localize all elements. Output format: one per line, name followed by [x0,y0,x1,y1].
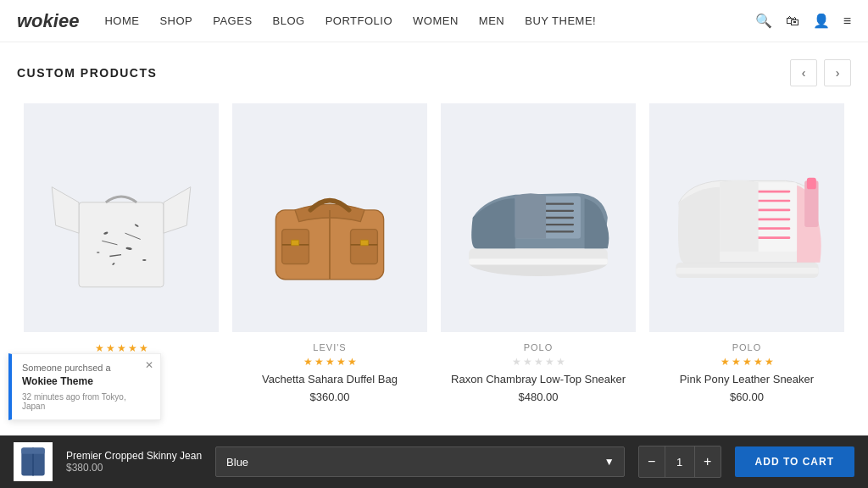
quantity-increase-button[interactable]: + [695,446,721,477]
star-3: ★ [534,356,543,368]
svg-point-8 [142,259,147,261]
star-4: ★ [545,356,554,368]
star-4: ★ [337,356,346,368]
product-brand-3: POLO [441,342,636,352]
account-icon[interactable]: 👤 [813,13,830,29]
color-select-wrapper: Blue Red Green Black ▼ [215,446,624,477]
nav-buy-theme[interactable]: BUY THEME! [525,14,596,27]
star-1: ★ [303,356,313,368]
section-title: CUSTOM PRODUCTS [17,66,157,80]
product-name-3: Raxon Chambray Low-Top Sneaker [441,373,636,385]
sneaker-white-svg [662,133,832,302]
svg-rect-30 [676,268,818,274]
star-3: ★ [117,342,126,354]
popup-purchased-text: Someone purchsed a [22,363,135,373]
next-arrow[interactable]: › [824,59,851,86]
product-stars-1: ★ ★ ★ ★ ★ [24,342,219,354]
star-3: ★ [743,356,752,368]
star-5: ★ [348,356,357,368]
star-2: ★ [314,356,324,368]
svg-marker-1 [52,187,79,234]
star-2: ★ [106,342,115,354]
product-stars-4: ★ ★ ★ ★ ★ [649,356,844,368]
settings-icon[interactable]: ≡ [843,14,851,29]
product-price-2: $360.00 [232,391,427,403]
sneaker-gray-svg [453,133,623,302]
svg-point-7 [97,252,100,252]
product-price-3: $480.00 [441,391,636,403]
popup-close-button[interactable]: ✕ [145,359,153,371]
quantity-control: − + [638,446,721,478]
popup-time: 32 minutes ago from Tokyo, Japan [22,392,135,411]
product-brand-2: LEVI'S [232,342,427,352]
star-5: ★ [139,342,148,354]
product-stars-3: ★ ★ ★ ★ ★ [441,356,636,368]
product-stars-2: ★ ★ ★ ★ ★ [232,356,427,368]
nav-women[interactable]: WOMEN [413,14,459,27]
bottom-product-thumbnail [14,442,53,481]
star-5: ★ [765,356,774,368]
product-card-3[interactable]: POLO ★ ★ ★ ★ ★ Raxon Chambray Low-Top Sn… [434,103,643,417]
product-image-3 [441,103,636,332]
star-1: ★ [95,342,104,354]
star-1: ★ [721,356,730,368]
product-name-4: Pink Pony Leather Sneaker [649,373,844,385]
bottom-thumbnail-svg [15,444,51,480]
star-4: ★ [128,342,137,354]
carousel-nav: ‹ › [790,59,851,86]
bottom-product-price: $380.00 [66,462,202,474]
svg-rect-22 [469,258,608,264]
prev-arrow[interactable]: ‹ [790,59,817,86]
product-image-1 [24,103,219,332]
product-card-4[interactable]: POLO ★ ★ ★ ★ ★ Pink Pony Leather Sneaker… [643,103,851,417]
svg-rect-0 [79,202,164,287]
star-5: ★ [556,356,565,368]
star-2: ★ [732,356,741,368]
cart-icon[interactable]: 🛍 [786,14,799,29]
star-2: ★ [523,356,532,368]
sweater-svg [36,133,206,302]
color-select[interactable]: Blue Red Green Black [215,446,624,477]
product-name-2: Vachetta Sahara Duffel Bag [232,373,427,385]
add-to-cart-button[interactable]: ADD TO CART [735,446,854,477]
product-card-2[interactable]: LEVI'S ★ ★ ★ ★ ★ Vachetta Sahara Duffel … [225,103,434,417]
svg-rect-32 [807,178,816,190]
nav-portfolio[interactable]: PORTFOLIO [326,14,392,27]
quantity-decrease-button[interactable]: − [639,446,665,477]
product-image-4 [649,103,844,332]
nav-shop[interactable]: SHOP [159,14,192,27]
main-nav: HOME SHOP PAGES BLOG PORTFOLIO WOMEN MEN… [104,14,754,27]
star-3: ★ [326,356,335,368]
bottom-bar: Premier Cropped Skinny Jean $380.00 Blue… [0,435,868,488]
star-1: ★ [512,356,521,368]
product-price-4: $60.00 [649,391,844,403]
star-4: ★ [754,356,763,368]
nav-pages[interactable]: PAGES [213,14,252,27]
nav-men[interactable]: MEN [479,14,504,27]
svg-rect-42 [21,448,44,454]
purchase-popup: ✕ Someone purchsed a Wokiee Theme 32 min… [8,353,161,420]
bottom-product-name: Premier Cropped Skinny Jean [66,450,202,462]
product-brand-4: POLO [649,342,844,352]
svg-rect-13 [282,230,309,264]
svg-rect-17 [292,240,299,245]
popup-product-name: Wokiee Theme [22,375,135,387]
bottom-product-info: Premier Cropped Skinny Jean $380.00 [66,450,202,474]
nav-home[interactable]: HOME [104,14,139,27]
site-logo[interactable]: wokiee [17,10,79,32]
svg-rect-18 [360,240,368,245]
svg-rect-14 [351,230,378,264]
nav-blog[interactable]: BLOG [273,14,305,27]
section-header: CUSTOM PRODUCTS ‹ › [17,59,851,86]
product-image-2 [232,103,427,332]
site-header: wokiee HOME SHOP PAGES BLOG PORTFOLIO WO… [0,0,868,42]
header-icons: 🔍 🛍 👤 ≡ [755,13,851,29]
bag-svg [245,133,415,302]
quantity-input[interactable] [665,446,695,477]
search-icon[interactable]: 🔍 [755,13,772,29]
svg-marker-2 [164,187,191,234]
